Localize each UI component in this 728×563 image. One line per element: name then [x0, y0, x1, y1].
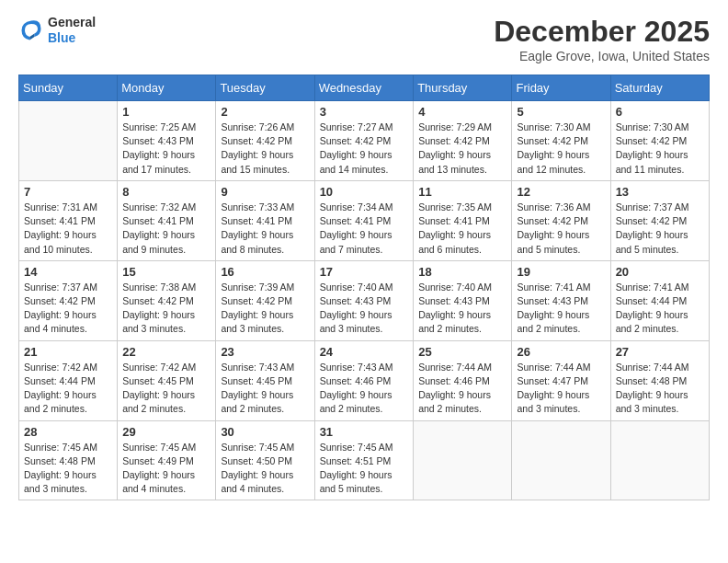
- day-info: Sunrise: 7:35 AM Sunset: 4:41 PM Dayligh…: [418, 201, 506, 257]
- day-number: 14: [24, 265, 112, 279]
- title-block: December 2025 Eagle Grove, Iowa, United …: [494, 15, 710, 63]
- calendar-cell: 27Sunrise: 7:44 AM Sunset: 4:48 PM Dayli…: [610, 340, 709, 420]
- day-info: Sunrise: 7:41 AM Sunset: 4:43 PM Dayligh…: [517, 281, 605, 337]
- day-number: 27: [616, 345, 704, 359]
- calendar-cell: [19, 101, 118, 181]
- day-info: Sunrise: 7:30 AM Sunset: 4:42 PM Dayligh…: [517, 121, 605, 177]
- header-day: Friday: [512, 75, 610, 101]
- day-info: Sunrise: 7:29 AM Sunset: 4:42 PM Dayligh…: [418, 121, 506, 177]
- calendar-table: SundayMondayTuesdayWednesdayThursdayFrid…: [18, 75, 710, 500]
- calendar-cell: 31Sunrise: 7:45 AM Sunset: 4:51 PM Dayli…: [314, 420, 414, 500]
- calendar-cell: 5Sunrise: 7:30 AM Sunset: 4:42 PM Daylig…: [512, 101, 610, 181]
- day-info: Sunrise: 7:36 AM Sunset: 4:42 PM Dayligh…: [517, 201, 605, 257]
- calendar-cell: 23Sunrise: 7:43 AM Sunset: 4:45 PM Dayli…: [216, 340, 314, 420]
- day-number: 12: [517, 185, 605, 199]
- day-number: 17: [320, 265, 409, 279]
- month-title: December 2025: [494, 15, 710, 49]
- day-number: 7: [24, 185, 112, 199]
- calendar-cell: [610, 420, 709, 500]
- day-info: Sunrise: 7:34 AM Sunset: 4:41 PM Dayligh…: [320, 201, 409, 257]
- calendar-cell: 12Sunrise: 7:36 AM Sunset: 4:42 PM Dayli…: [512, 180, 610, 260]
- calendar-cell: 4Sunrise: 7:29 AM Sunset: 4:42 PM Daylig…: [414, 101, 512, 181]
- day-number: 19: [517, 265, 605, 279]
- day-number: 28: [24, 425, 112, 439]
- day-number: 15: [122, 265, 210, 279]
- day-info: Sunrise: 7:32 AM Sunset: 4:41 PM Dayligh…: [122, 201, 210, 257]
- day-info: Sunrise: 7:44 AM Sunset: 4:47 PM Dayligh…: [517, 361, 605, 417]
- day-number: 6: [616, 105, 704, 119]
- calendar-cell: 13Sunrise: 7:37 AM Sunset: 4:42 PM Dayli…: [610, 180, 709, 260]
- header-day: Wednesday: [314, 75, 414, 101]
- calendar-cell: 8Sunrise: 7:32 AM Sunset: 4:41 PM Daylig…: [118, 180, 216, 260]
- day-number: 11: [418, 185, 506, 199]
- calendar-cell: 24Sunrise: 7:43 AM Sunset: 4:46 PM Dayli…: [314, 340, 414, 420]
- day-info: Sunrise: 7:33 AM Sunset: 4:41 PM Dayligh…: [221, 201, 309, 257]
- calendar-cell: 6Sunrise: 7:30 AM Sunset: 4:42 PM Daylig…: [610, 101, 709, 181]
- logo-icon: [18, 17, 44, 43]
- day-info: Sunrise: 7:26 AM Sunset: 4:42 PM Dayligh…: [221, 121, 309, 177]
- calendar-cell: 18Sunrise: 7:40 AM Sunset: 4:43 PM Dayli…: [414, 260, 512, 340]
- location: Eagle Grove, Iowa, United States: [494, 49, 710, 63]
- day-number: 4: [418, 105, 506, 119]
- day-info: Sunrise: 7:45 AM Sunset: 4:48 PM Dayligh…: [24, 441, 112, 497]
- day-number: 8: [122, 185, 210, 199]
- day-number: 16: [221, 265, 309, 279]
- calendar-cell: [512, 420, 610, 500]
- day-info: Sunrise: 7:40 AM Sunset: 4:43 PM Dayligh…: [320, 281, 409, 337]
- day-info: Sunrise: 7:30 AM Sunset: 4:42 PM Dayligh…: [616, 121, 704, 177]
- day-number: 10: [320, 185, 409, 199]
- day-number: 22: [122, 345, 210, 359]
- day-info: Sunrise: 7:31 AM Sunset: 4:41 PM Dayligh…: [24, 201, 112, 257]
- day-number: 2: [221, 105, 309, 119]
- calendar-cell: 15Sunrise: 7:38 AM Sunset: 4:42 PM Dayli…: [118, 260, 216, 340]
- day-info: Sunrise: 7:38 AM Sunset: 4:42 PM Dayligh…: [122, 281, 210, 337]
- day-number: 18: [418, 265, 506, 279]
- calendar-cell: 7Sunrise: 7:31 AM Sunset: 4:41 PM Daylig…: [19, 180, 118, 260]
- calendar-cell: 21Sunrise: 7:42 AM Sunset: 4:44 PM Dayli…: [19, 340, 118, 420]
- day-number: 1: [122, 105, 210, 119]
- day-number: 20: [616, 265, 704, 279]
- day-info: Sunrise: 7:37 AM Sunset: 4:42 PM Dayligh…: [616, 201, 704, 257]
- day-number: 31: [320, 425, 409, 439]
- day-info: Sunrise: 7:39 AM Sunset: 4:42 PM Dayligh…: [221, 281, 309, 337]
- day-info: Sunrise: 7:43 AM Sunset: 4:46 PM Dayligh…: [320, 361, 409, 417]
- page-header: General Blue December 2025 Eagle Grove, …: [18, 15, 710, 63]
- calendar-cell: 17Sunrise: 7:40 AM Sunset: 4:43 PM Dayli…: [314, 260, 414, 340]
- calendar-cell: 3Sunrise: 7:27 AM Sunset: 4:42 PM Daylig…: [314, 101, 414, 181]
- week-row: 28Sunrise: 7:45 AM Sunset: 4:48 PM Dayli…: [19, 420, 710, 500]
- calendar-cell: 10Sunrise: 7:34 AM Sunset: 4:41 PM Dayli…: [314, 180, 414, 260]
- day-info: Sunrise: 7:25 AM Sunset: 4:43 PM Dayligh…: [122, 121, 210, 177]
- calendar-cell: 2Sunrise: 7:26 AM Sunset: 4:42 PM Daylig…: [216, 101, 314, 181]
- calendar-cell: 9Sunrise: 7:33 AM Sunset: 4:41 PM Daylig…: [216, 180, 314, 260]
- calendar-cell: 19Sunrise: 7:41 AM Sunset: 4:43 PM Dayli…: [512, 260, 610, 340]
- calendar-cell: 20Sunrise: 7:41 AM Sunset: 4:44 PM Dayli…: [610, 260, 709, 340]
- calendar-cell: 26Sunrise: 7:44 AM Sunset: 4:47 PM Dayli…: [512, 340, 610, 420]
- day-info: Sunrise: 7:41 AM Sunset: 4:44 PM Dayligh…: [616, 281, 704, 337]
- week-row: 7Sunrise: 7:31 AM Sunset: 4:41 PM Daylig…: [19, 180, 710, 260]
- day-info: Sunrise: 7:42 AM Sunset: 4:45 PM Dayligh…: [122, 361, 210, 417]
- day-number: 23: [221, 345, 309, 359]
- calendar-cell: 25Sunrise: 7:44 AM Sunset: 4:46 PM Dayli…: [414, 340, 512, 420]
- day-info: Sunrise: 7:27 AM Sunset: 4:42 PM Dayligh…: [320, 121, 409, 177]
- day-number: 24: [320, 345, 409, 359]
- calendar-cell: 11Sunrise: 7:35 AM Sunset: 4:41 PM Dayli…: [414, 180, 512, 260]
- calendar-cell: 14Sunrise: 7:37 AM Sunset: 4:42 PM Dayli…: [19, 260, 118, 340]
- header-day: Tuesday: [216, 75, 314, 101]
- logo: General Blue: [18, 15, 96, 46]
- calendar-cell: 30Sunrise: 7:45 AM Sunset: 4:50 PM Dayli…: [216, 420, 314, 500]
- header-row: SundayMondayTuesdayWednesdayThursdayFrid…: [19, 75, 710, 101]
- day-number: 30: [221, 425, 309, 439]
- day-number: 26: [517, 345, 605, 359]
- day-number: 13: [616, 185, 704, 199]
- week-row: 14Sunrise: 7:37 AM Sunset: 4:42 PM Dayli…: [19, 260, 710, 340]
- day-info: Sunrise: 7:44 AM Sunset: 4:46 PM Dayligh…: [418, 361, 506, 417]
- day-info: Sunrise: 7:42 AM Sunset: 4:44 PM Dayligh…: [24, 361, 112, 417]
- calendar-cell: 22Sunrise: 7:42 AM Sunset: 4:45 PM Dayli…: [118, 340, 216, 420]
- day-number: 5: [517, 105, 605, 119]
- header-day: Saturday: [610, 75, 709, 101]
- calendar-cell: 29Sunrise: 7:45 AM Sunset: 4:49 PM Dayli…: [118, 420, 216, 500]
- calendar-cell: [414, 420, 512, 500]
- day-number: 9: [221, 185, 309, 199]
- calendar-cell: 28Sunrise: 7:45 AM Sunset: 4:48 PM Dayli…: [19, 420, 118, 500]
- day-info: Sunrise: 7:37 AM Sunset: 4:42 PM Dayligh…: [24, 281, 112, 337]
